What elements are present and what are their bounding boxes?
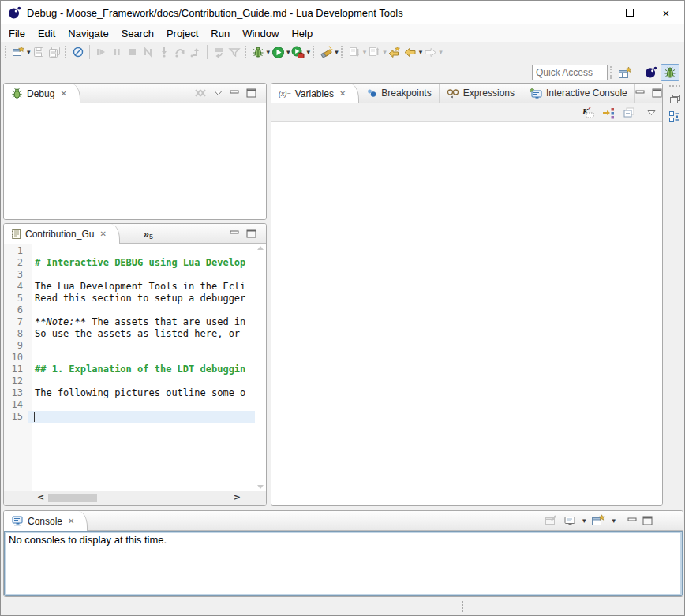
- toolbar-drag-handle[interactable]: [610, 66, 613, 79]
- scroll-left-icon[interactable]: <: [37, 492, 44, 502]
- console-maximize-button[interactable]: [642, 516, 653, 525]
- menu-navigate[interactable]: Navigate: [62, 24, 114, 42]
- trim-drag-handle[interactable]: [669, 85, 680, 88]
- back-button[interactable]: [402, 43, 418, 61]
- window-close-button[interactable]: ×: [648, 1, 684, 24]
- minimize-icon: [590, 13, 597, 13]
- debug-view-minimize-button[interactable]: [230, 89, 239, 97]
- search-button[interactable]: [318, 43, 334, 61]
- tab-debug-close-button[interactable]: ✕: [60, 89, 66, 98]
- line-text: The Lua Development Tools in the Ecli: [28, 281, 255, 293]
- scroll-down-icon[interactable]: [257, 485, 264, 489]
- external-tools-button[interactable]: [290, 43, 306, 61]
- more-editors-icon: »: [144, 228, 149, 240]
- step-into-button[interactable]: [156, 43, 172, 61]
- menu-help[interactable]: Help: [285, 24, 319, 42]
- main-toolbar: ▾: [1, 42, 684, 62]
- menu-file[interactable]: File: [2, 24, 32, 42]
- remove-all-terminated-button[interactable]: [194, 88, 207, 99]
- editor-maximize-button[interactable]: [246, 229, 256, 238]
- last-edit-location-button[interactable]: [387, 43, 402, 61]
- run-button[interactable]: [270, 43, 286, 61]
- display-selected-console-button[interactable]: [563, 515, 576, 527]
- console-minimize-button[interactable]: [627, 517, 637, 525]
- tab-editor-close-button[interactable]: ✕: [99, 230, 106, 238]
- status-drag-handle[interactable]: [462, 601, 463, 612]
- tab-variables-close-button[interactable]: ✕: [339, 89, 346, 98]
- open-console-dropdown[interactable]: ▾: [612, 517, 616, 525]
- toolbar-drag-handle[interactable]: [313, 46, 316, 58]
- menu-project[interactable]: Project: [160, 24, 204, 42]
- collapse-all-button[interactable]: [623, 106, 635, 119]
- tab-contribution-guide[interactable]: Contribution_Gu ✕: [4, 224, 120, 244]
- forward-button[interactable]: [422, 43, 438, 61]
- show-logical-structure-button[interactable]: [602, 106, 616, 119]
- tab-interactive-console[interactable]: Interactive Console: [522, 84, 635, 103]
- disconnect-button[interactable]: [140, 43, 156, 61]
- variables-view-maximize-button[interactable]: [652, 88, 662, 98]
- menu-window[interactable]: Window: [236, 24, 285, 42]
- scroll-up-icon[interactable]: [257, 246, 264, 250]
- variables-view-menu-button[interactable]: [647, 110, 656, 116]
- hidden-editors-chevron[interactable]: » 5: [120, 224, 160, 243]
- use-step-filters-button[interactable]: [226, 43, 242, 61]
- editor-content[interactable]: 1 2# Interactive DEBUG using Lua Develop…: [4, 244, 266, 505]
- toolbar-drag-handle[interactable]: [65, 46, 68, 58]
- variables-view-minimize-button[interactable]: [635, 89, 645, 97]
- editor-line: 13The following pictures outline some o: [4, 387, 255, 399]
- debug-button[interactable]: [250, 43, 266, 61]
- open-perspective-button[interactable]: [616, 64, 634, 81]
- step-over-button[interactable]: [172, 43, 188, 61]
- save-button[interactable]: [31, 43, 47, 61]
- display-console-dropdown[interactable]: ▾: [582, 517, 586, 525]
- forward-dropdown[interactable]: ▾: [439, 48, 443, 56]
- window-minimize-button[interactable]: [575, 1, 612, 24]
- line-text: [28, 245, 255, 257]
- terminate-button[interactable]: [125, 43, 140, 61]
- next-annotation-icon: [348, 46, 361, 58]
- toolbar-drag-handle[interactable]: [245, 46, 248, 58]
- toolbar-drag-handle[interactable]: [5, 46, 8, 58]
- pin-console-button[interactable]: [545, 515, 558, 527]
- menu-run[interactable]: Run: [204, 24, 236, 42]
- restore-view-button[interactable]: [669, 94, 681, 104]
- resume-button[interactable]: [93, 43, 109, 61]
- skip-all-breakpoints-button[interactable]: [70, 43, 86, 61]
- previous-annotation-button[interactable]: [366, 43, 382, 61]
- scrollbar-thumb[interactable]: [48, 494, 97, 502]
- save-all-button[interactable]: [47, 43, 62, 61]
- menu-edit[interactable]: Edit: [32, 24, 62, 42]
- open-console-button[interactable]: [591, 514, 605, 527]
- line-text-cursor: [28, 411, 255, 423]
- toolbar-drag-handle[interactable]: [341, 46, 344, 58]
- window-maximize-button[interactable]: [612, 1, 648, 24]
- search-dropdown[interactable]: ▾: [335, 48, 339, 56]
- scroll-right-icon[interactable]: >: [234, 492, 241, 502]
- tab-breakpoints[interactable]: Breakpoints: [359, 84, 439, 103]
- debug-view-menu-button[interactable]: [214, 90, 223, 96]
- tab-debug[interactable]: Debug ✕: [4, 84, 80, 103]
- tab-console[interactable]: Console ✕: [4, 511, 88, 531]
- external-tools-dropdown[interactable]: ▾: [307, 48, 311, 56]
- step-return-button[interactable]: [188, 43, 204, 61]
- lua-perspective-button[interactable]: [642, 64, 661, 81]
- new-wizard-button[interactable]: [10, 43, 26, 61]
- tab-console-close-button[interactable]: ✕: [68, 517, 74, 525]
- console-tabstrip: Console ✕ ▾ ▾: [4, 511, 683, 531]
- debug-perspective-button[interactable]: [661, 64, 679, 81]
- menu-search[interactable]: Search: [115, 24, 160, 42]
- emphasis-text: **Note:**: [35, 316, 86, 327]
- outline-view-button[interactable]: [668, 110, 681, 123]
- show-type-names-button[interactable]: K: [582, 106, 595, 119]
- editor-horizontal-scrollbar[interactable]: < >: [4, 491, 266, 505]
- drop-to-frame-button[interactable]: [211, 43, 226, 61]
- next-annotation-button[interactable]: [346, 43, 362, 61]
- tab-expressions[interactable]: Expressions: [440, 84, 522, 103]
- suspend-button[interactable]: [109, 43, 125, 61]
- editor-minimize-button[interactable]: [230, 230, 239, 237]
- quick-access-input[interactable]: [532, 65, 608, 80]
- console-message-area[interactable]: No consoles to display at this time.: [4, 531, 683, 596]
- editor-vertical-scrollbar[interactable]: [255, 244, 266, 491]
- tab-variables[interactable]: (x)= Variables ✕: [271, 84, 359, 103]
- debug-view-maximize-button[interactable]: [246, 88, 256, 98]
